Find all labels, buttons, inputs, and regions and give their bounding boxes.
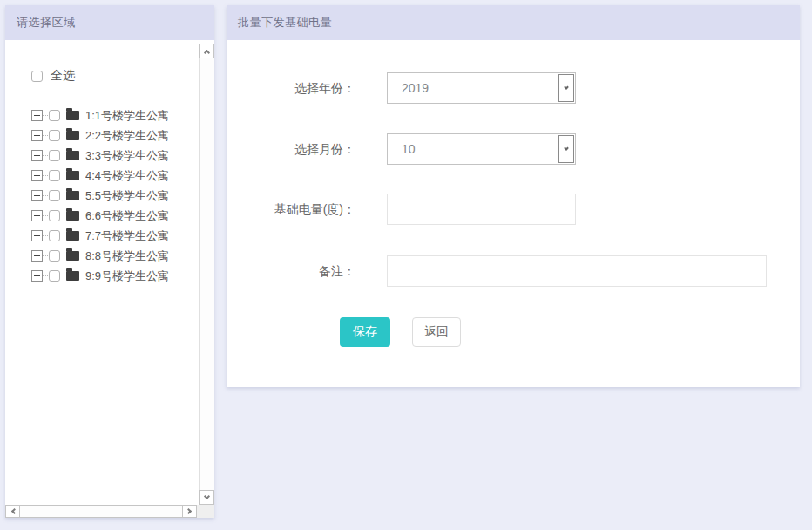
tree-item-label: 6:6号楼学生公寓 <box>85 208 169 224</box>
year-select-value: 2019 <box>402 73 429 103</box>
tree-item-checkbox[interactable] <box>49 150 60 161</box>
select-all-checkbox[interactable] <box>31 71 43 82</box>
select-all-row[interactable]: 全选 <box>31 68 75 84</box>
chevron-right-icon <box>185 508 191 514</box>
scrollbar-corner <box>197 505 214 518</box>
batch-issue-panel: 批量下发基础电量 选择年份： 2019 选择月份： 10 基础电量(度)： 备注… <box>227 5 800 387</box>
tree-item-checkbox[interactable] <box>49 190 60 201</box>
year-label: 选择年份： <box>227 72 355 104</box>
tree-dot-connector <box>43 155 48 156</box>
base-power-label: 基础电量(度)： <box>227 194 355 225</box>
tree-item-checkbox[interactable] <box>49 230 60 241</box>
plus-square-icon[interactable] <box>31 210 43 221</box>
tree-item[interactable]: 8:8号楼学生公寓 <box>5 246 199 266</box>
tree-item[interactable]: 3:3号楼学生公寓 <box>5 146 199 166</box>
tree-item[interactable]: 1:1号楼学生公寓 <box>5 105 199 126</box>
tree-item-label: 3:3号楼学生公寓 <box>85 148 169 164</box>
remark-input[interactable] <box>387 255 767 287</box>
save-button[interactable]: 保存 <box>340 317 390 347</box>
year-select-arrow-button[interactable] <box>558 74 574 102</box>
tree-dot-connector <box>43 175 48 176</box>
plus-square-icon[interactable] <box>31 150 43 161</box>
tree-item-label: 2:2号楼学生公寓 <box>85 128 169 144</box>
tree-dot-connector <box>43 255 48 256</box>
tree-dot-connector <box>43 275 48 276</box>
area-selector-panel: 请选择区域 全选 1:1号楼学生公寓 2:2号楼学生公寓 <box>5 5 214 518</box>
tree-item[interactable]: 5:5号楼学生公寓 <box>5 186 199 206</box>
month-label: 选择月份： <box>227 133 355 165</box>
tree-item-label: 9:9号楼学生公寓 <box>85 268 169 284</box>
tree-item[interactable]: 4:4号楼学生公寓 <box>5 166 199 186</box>
left-panel-title: 请选择区域 <box>5 5 214 40</box>
folder-icon <box>66 231 79 241</box>
chevron-up-icon <box>203 49 209 55</box>
folder-icon <box>66 271 79 281</box>
plus-square-icon[interactable] <box>31 230 43 241</box>
scroll-down-button[interactable] <box>199 490 214 505</box>
tree-item[interactable]: 7:7号楼学生公寓 <box>5 226 199 246</box>
tree-item-checkbox[interactable] <box>49 110 60 121</box>
plus-square-icon[interactable] <box>31 170 43 181</box>
month-select[interactable]: 10 <box>387 133 576 165</box>
folder-icon <box>66 191 79 200</box>
month-select-value: 10 <box>402 134 416 164</box>
folder-icon <box>66 151 79 160</box>
tree-dot-connector <box>43 215 48 216</box>
tree-item-checkbox[interactable] <box>49 270 60 282</box>
base-power-input[interactable] <box>387 194 576 225</box>
remark-label: 备注： <box>227 255 355 287</box>
year-select[interactable]: 2019 <box>387 72 576 104</box>
tree-item-label: 1:1号楼学生公寓 <box>85 108 169 124</box>
tree-dot-connector <box>43 115 48 116</box>
folder-icon <box>66 211 79 221</box>
plus-square-icon[interactable] <box>31 190 43 201</box>
tree-item-label: 4:4号楼学生公寓 <box>85 168 169 184</box>
chevron-left-icon <box>10 508 17 514</box>
scroll-left-button[interactable] <box>5 505 20 518</box>
chevron-down-icon <box>203 493 209 499</box>
chevron-down-icon <box>564 146 569 151</box>
month-select-arrow-button[interactable] <box>558 135 574 163</box>
vertical-scrollbar[interactable] <box>199 44 214 505</box>
tree-dot-connector <box>43 135 48 136</box>
tree-item-checkbox[interactable] <box>49 250 60 262</box>
tree-item[interactable]: 2:2号楼学生公寓 <box>5 126 199 146</box>
folder-icon <box>66 131 79 140</box>
tree-item-label: 7:7号楼学生公寓 <box>85 228 169 244</box>
chevron-down-icon <box>564 85 569 90</box>
plus-square-icon[interactable] <box>31 250 43 262</box>
horizontal-scrollbar[interactable] <box>5 505 197 518</box>
plus-square-icon[interactable] <box>31 110 43 121</box>
scroll-right-button[interactable] <box>182 505 197 518</box>
tree-item-checkbox[interactable] <box>49 130 60 141</box>
tree-item-label: 8:8号楼学生公寓 <box>85 248 169 264</box>
tree-item[interactable]: 6:6号楼学生公寓 <box>5 206 199 226</box>
tree-item[interactable]: 9:9号楼学生公寓 <box>5 266 199 286</box>
folder-icon <box>66 171 79 180</box>
select-all-label: 全选 <box>51 68 75 84</box>
tree-item-checkbox[interactable] <box>49 170 60 181</box>
tree-dot-connector <box>43 195 48 196</box>
tree-dot-connector <box>43 235 48 236</box>
right-panel-title: 批量下发基础电量 <box>227 5 800 40</box>
tree-item-label: 5:5号楼学生公寓 <box>85 188 169 204</box>
back-button[interactable]: 返回 <box>412 317 461 347</box>
plus-square-icon[interactable] <box>31 130 43 141</box>
scroll-up-button[interactable] <box>199 44 214 58</box>
tree-separator <box>24 92 180 92</box>
plus-square-icon[interactable] <box>31 270 43 282</box>
tree-list: 1:1号楼学生公寓 2:2号楼学生公寓 3:3号楼学生公寓 4:4号楼学生公寓 <box>5 105 199 286</box>
folder-icon <box>66 251 79 261</box>
folder-icon <box>66 111 79 120</box>
tree-item-checkbox[interactable] <box>49 210 60 221</box>
area-tree: 全选 1:1号楼学生公寓 2:2号楼学生公寓 3:3号楼学生公寓 <box>5 40 199 505</box>
